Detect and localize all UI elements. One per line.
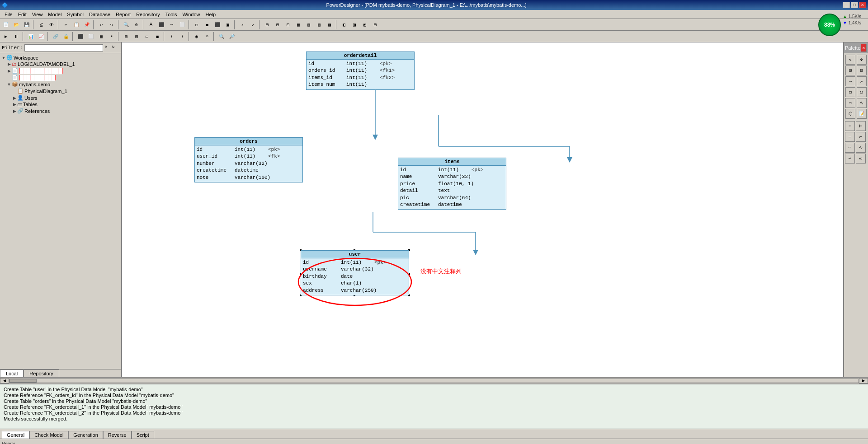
open-btn[interactable]: 📂 <box>11 20 21 30</box>
menu-item-model[interactable]: Model <box>45 11 64 18</box>
hscroll-left[interactable]: ◀ <box>0 378 9 383</box>
preview-btn[interactable]: 👁 <box>47 20 57 30</box>
tb-btn-p[interactable]: ▨ <box>314 20 324 30</box>
menu-item-window[interactable]: Window <box>179 11 203 18</box>
palette-t5[interactable]: ⌒ <box>845 143 855 153</box>
repository-tab[interactable]: Repository <box>24 369 59 377</box>
menu-item-file[interactable]: File <box>2 11 15 18</box>
copy-btn[interactable]: 📋 <box>71 20 81 30</box>
tb2-j[interactable]: ▪ <box>107 32 117 42</box>
tab-checkmodel[interactable]: Check Model <box>29 431 68 439</box>
paste-btn[interactable]: 📌 <box>82 20 92 30</box>
table-items[interactable]: items id int(11) <pk> name varchar(32) p… <box>398 158 506 210</box>
win-close-btn[interactable]: ✕ <box>859 2 866 8</box>
tb2-p[interactable]: ⟩ <box>177 32 187 42</box>
tb-btn-s[interactable]: ◨ <box>349 20 359 30</box>
tree-logicaldatamodel[interactable]: ▶ 🗂 LOGICALDATAMODEL_1 <box>1 61 120 67</box>
find-btn[interactable]: 🔍 <box>121 20 131 30</box>
tb-btn-a[interactable]: A <box>146 20 156 30</box>
properties-btn[interactable]: ⚙ <box>132 20 142 30</box>
tb-btn-i[interactable]: ↗ <box>237 20 247 30</box>
palette-zoom-out[interactable]: ⊟ <box>857 65 867 75</box>
tb2-a[interactable]: ▶ <box>1 32 11 42</box>
tb-btn-m[interactable]: ⊡ <box>283 20 293 30</box>
palette-move[interactable]: ✥ <box>857 55 867 65</box>
menu-item-tools[interactable]: Tools <box>163 11 180 18</box>
menu-item-symbol[interactable]: Symbol <box>64 11 86 18</box>
palette-note[interactable]: 📝 <box>857 109 867 119</box>
palette-arc[interactable]: ⌒ <box>845 98 855 108</box>
palette-rect[interactable]: ◻ <box>845 87 855 97</box>
win-maximize-btn[interactable]: □ <box>851 2 858 8</box>
table-orders[interactable]: orders id int(11) <pk> user_id int(11) <… <box>194 137 303 182</box>
palette-t2[interactable]: ⊢ <box>856 121 866 131</box>
tb-btn-f[interactable]: ◼ <box>202 20 212 30</box>
hscroll-track[interactable] <box>9 379 859 383</box>
tab-general[interactable]: General <box>2 431 29 439</box>
cut-btn[interactable]: ✂ <box>61 20 71 30</box>
new-btn[interactable]: 📄 <box>1 20 11 30</box>
tb2-r[interactable]: ○ <box>202 32 212 42</box>
menu-item-help[interactable]: Help <box>203 11 219 18</box>
palette-t4[interactable]: ⌐ <box>856 132 866 142</box>
tree-item2[interactable]: 📄 ██████████ <box>1 74 120 81</box>
tb2-q[interactable]: ◉ <box>192 32 202 42</box>
tb-btn-c[interactable]: ↔ <box>167 20 177 30</box>
palette-close-btn[interactable]: ✕ <box>861 44 867 52</box>
tb2-d[interactable]: 📈 <box>36 32 46 42</box>
save-btn[interactable]: 💾 <box>22 20 32 30</box>
palette-zoom-in[interactable]: ⊞ <box>845 65 855 75</box>
tb-btn-g[interactable]: ⬛ <box>212 20 222 30</box>
tb-btn-k[interactable]: ⊞ <box>262 20 272 30</box>
hscroll-right[interactable]: ▶ <box>859 378 868 383</box>
tb-btn-t[interactable]: ◩ <box>360 20 370 30</box>
table-user[interactable]: user id int(11) <pk> username varchar(32… <box>301 250 409 295</box>
palette-link[interactable]: → <box>845 76 855 86</box>
tb2-m[interactable]: ◻ <box>142 32 152 42</box>
tb-btn-u[interactable]: ⊞ <box>370 20 380 30</box>
tb-btn-d[interactable]: ⬜ <box>177 20 187 30</box>
print-btn[interactable]: 🖨 <box>36 20 46 30</box>
tb-btn-e[interactable]: ◻ <box>192 20 202 30</box>
tb2-l[interactable]: ⊟ <box>132 32 142 42</box>
tab-generation[interactable]: Generation <box>68 431 103 439</box>
palette-t7[interactable]: ⊸ <box>845 154 855 164</box>
undo-btn[interactable]: ↩ <box>96 20 106 30</box>
tree-item1[interactable]: ▶ 📄 ████████████ <box>1 67 120 74</box>
hscrollbar[interactable]: ◀ ▶ <box>0 377 868 383</box>
palette-t8[interactable]: ∞ <box>856 154 866 164</box>
tb-btn-r[interactable]: ◧ <box>339 20 349 30</box>
palette-pointer[interactable]: ↖ <box>845 55 855 65</box>
hscroll-thumb[interactable] <box>9 379 37 383</box>
tree-users[interactable]: ▶ 👤 Users <box>1 94 120 101</box>
tb-btn-n[interactable]: ▦ <box>293 20 303 30</box>
menu-item-database[interactable]: Database <box>86 11 113 18</box>
redo-btn[interactable]: ↪ <box>107 20 117 30</box>
menu-item-repository[interactable]: Repository <box>133 11 163 18</box>
tb2-b[interactable]: ⏸ <box>11 32 21 42</box>
tb2-f[interactable]: 🔒 <box>61 32 71 42</box>
palette-hex[interactable]: ⬡ <box>845 109 855 119</box>
menu-item-view[interactable]: View <box>29 11 46 18</box>
palette-wave[interactable]: ∿ <box>857 98 867 108</box>
filter-clear-btn[interactable]: ✕ <box>105 44 112 51</box>
filter-refresh-btn[interactable]: ↻ <box>112 44 119 51</box>
tree-tables[interactable]: ▶ 🗃 Tables <box>1 101 120 107</box>
local-tab[interactable]: Local <box>0 369 24 377</box>
tb-btn-o[interactable]: ▧ <box>304 20 314 30</box>
tb2-t[interactable]: 🔎 <box>227 32 237 42</box>
tree-workspace[interactable]: ▼ 🌐 Workspace <box>1 54 120 61</box>
tree-mybatis[interactable]: ▼ 📦 mybatis-demo <box>1 81 120 88</box>
tree-references[interactable]: ▶ 🔗 References <box>1 107 120 114</box>
tree-physdiagram[interactable]: 📋 PhysicalDiagram_1 <box>1 88 120 94</box>
tb2-i[interactable]: ▦ <box>96 32 106 42</box>
tb2-n[interactable]: ◼ <box>152 32 162 42</box>
menu-item-report[interactable]: Report <box>113 11 133 18</box>
tb-btn-h[interactable]: ▣ <box>223 20 233 30</box>
tb-btn-b[interactable]: ⬛ <box>156 20 166 30</box>
tb2-h[interactable]: ⬜ <box>86 32 96 42</box>
tb2-g[interactable]: ⬛ <box>75 32 85 42</box>
win-minimize-btn[interactable]: _ <box>843 2 850 8</box>
tb-btn-q[interactable]: ▩ <box>325 20 335 30</box>
tab-script[interactable]: Script <box>132 431 154 439</box>
